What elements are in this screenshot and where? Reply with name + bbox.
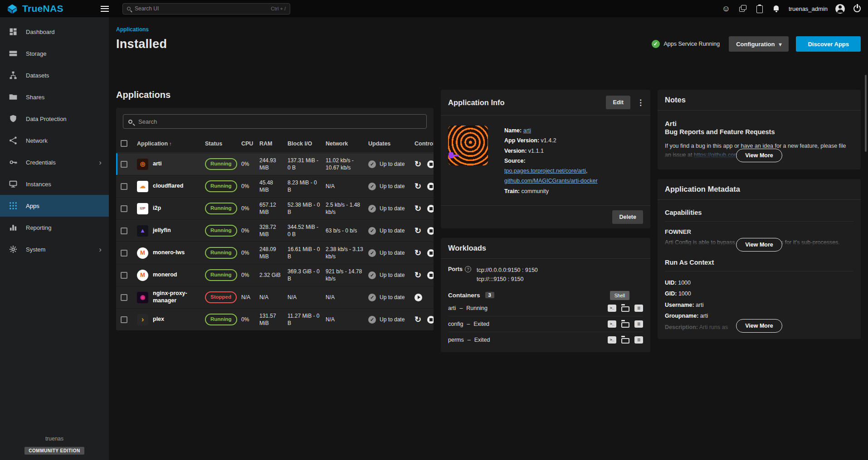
shell-icon[interactable]	[608, 305, 616, 312]
browse-folder-icon[interactable]	[621, 322, 629, 328]
row-checkbox[interactable]	[121, 316, 127, 323]
breadcrumb[interactable]: Applications	[116, 26, 861, 33]
sidebar-item-shares[interactable]: Shares	[0, 86, 109, 108]
sidebar-item-data-protection[interactable]: Data Protection	[0, 108, 109, 130]
restart-app-button[interactable]	[414, 249, 421, 257]
workloads-card: Workloads Ports tcp://0.0.0.0:9150 : 915…	[441, 238, 650, 352]
sidebar-item-datasets[interactable]: Datasets	[0, 64, 109, 86]
containers-count-badge: 3	[485, 292, 494, 298]
menu-icon[interactable]	[101, 6, 109, 12]
alerts-bell-icon[interactable]	[772, 4, 781, 13]
block-io-value: 52.38 MiB - 0 B	[288, 201, 326, 216]
global-search[interactable]: Ctrl + /	[122, 3, 290, 15]
row-checkbox[interactable]	[121, 205, 127, 212]
restart-app-button[interactable]	[414, 182, 421, 191]
version-value: v1.1.1	[528, 148, 544, 154]
app-name-link[interactable]: arti	[523, 127, 531, 134]
table-header: Application Status CPU RAM Block I/O Net…	[116, 135, 434, 153]
logs-icon[interactable]	[634, 336, 643, 344]
table-row-monero-lws[interactable]: Mmonero-lws Running 0% 248.09 MiB 16.61 …	[116, 242, 434, 264]
sidebar-item-apps[interactable]: Apps	[0, 195, 109, 217]
discover-apps-button[interactable]: Discover Apps	[796, 36, 861, 52]
jobs-icon[interactable]	[755, 4, 764, 13]
cpu-value: 0%	[241, 271, 259, 279]
row-checkbox[interactable]	[121, 228, 127, 234]
feedback-icon[interactable]	[722, 4, 731, 13]
table-row-plex[interactable]: ›plex Running 0% 131.57 MiB 11.27 MiB - …	[116, 308, 434, 330]
row-checkbox[interactable]	[121, 183, 127, 190]
configuration-button[interactable]: Configuration	[729, 36, 789, 52]
table-row-monerod[interactable]: Mmonerod Running 0% 2.32 GiB 369.3 GiB -…	[116, 264, 434, 286]
column-header-network: Network	[326, 140, 368, 147]
table-row-i2p[interactable]: I2Pi2p Running 0% 657.12 MiB 52.38 MiB -…	[116, 197, 434, 219]
notes-view-more-button[interactable]: View More	[736, 149, 782, 162]
logs-icon[interactable]	[634, 320, 643, 328]
restart-app-button[interactable]	[414, 204, 421, 213]
datasets-icon	[9, 71, 18, 80]
stop-app-button[interactable]	[427, 227, 434, 235]
capabilities-view-more-button[interactable]: View More	[736, 238, 782, 252]
sidebar-item-system[interactable]: System	[0, 238, 109, 260]
column-header-application[interactable]: Application	[137, 140, 205, 147]
sidebar-item-label: Reporting	[26, 224, 51, 231]
help-icon[interactable]	[465, 266, 471, 272]
browse-folder-icon[interactable]	[621, 306, 629, 312]
delete-button[interactable]: Delete	[612, 210, 643, 224]
version-label: Version:	[504, 148, 527, 154]
row-checkbox[interactable]	[121, 250, 127, 257]
column-header-ram: RAM	[259, 140, 288, 147]
source-link-github[interactable]: github.com/MAGICGrants/arti-docker	[504, 178, 598, 184]
restart-app-button[interactable]	[414, 271, 421, 280]
table-row-nginx-proxy-manager[interactable]: ◉nginx-proxy-manager Stopped N/A N/A N/A…	[116, 286, 434, 308]
updates-label: Up to date	[380, 227, 405, 234]
user-avatar-icon[interactable]	[835, 4, 845, 14]
stop-app-button[interactable]	[427, 249, 434, 257]
apps-search[interactable]	[123, 114, 427, 129]
stop-app-button[interactable]	[427, 205, 434, 213]
sidebar-item-network[interactable]: Network	[0, 130, 109, 151]
stop-app-button[interactable]	[427, 316, 434, 324]
global-search-input[interactable]	[134, 5, 268, 12]
source-label: Source:	[504, 158, 526, 164]
sidebar-item-dashboard[interactable]: Dashboard	[0, 21, 109, 43]
row-checkbox[interactable]	[121, 272, 127, 279]
sidebar-item-storage[interactable]: Storage	[0, 43, 109, 64]
restart-app-button[interactable]	[414, 315, 421, 324]
apps-search-input[interactable]	[137, 118, 421, 126]
sidebar-item-credentials[interactable]: Credentials	[0, 151, 109, 173]
restart-app-button[interactable]	[414, 227, 421, 235]
card-title: Notes	[665, 96, 686, 104]
network-value: 2.38 kb/s - 3.13 kb/s	[326, 246, 368, 260]
apps-stack-icon[interactable]	[738, 4, 747, 13]
source-link-torproject[interactable]: tpo.pages.torproject.net/core/arti	[504, 168, 586, 174]
sidebar-item-instances[interactable]: Instances	[0, 173, 109, 195]
stop-app-button[interactable]	[427, 160, 434, 168]
browse-folder-icon[interactable]	[621, 338, 629, 344]
stop-app-button[interactable]	[427, 183, 434, 190]
run-as-view-more-button[interactable]: View More	[736, 319, 782, 333]
sidebar-item-reporting[interactable]: Reporting	[0, 217, 109, 238]
table-row-cloudflared[interactable]: ☁cloudflared Running 0% 45.48 MiB 8.23 M…	[116, 175, 434, 197]
start-app-button[interactable]	[414, 294, 422, 301]
row-checkbox[interactable]	[121, 161, 127, 168]
edit-button[interactable]: Edit	[606, 96, 630, 109]
truenas-brand[interactable]: TrueNAS	[6, 3, 93, 14]
restart-app-button[interactable]	[414, 160, 421, 169]
logs-icon[interactable]	[634, 305, 643, 312]
table-row-arti[interactable]: ◎arti Running 0% 244.93 MiB 137.31 MiB -…	[116, 153, 434, 175]
scrollbar[interactable]	[865, 75, 867, 152]
power-icon[interactable]	[853, 4, 862, 13]
ram-value: 248.09 MiB	[259, 246, 288, 260]
kebab-menu-icon[interactable]	[637, 98, 643, 107]
cpu-value: 0%	[241, 183, 259, 190]
shell-icon[interactable]	[608, 336, 616, 344]
username[interactable]: truenas_admin	[789, 5, 828, 12]
table-row-jellyfin[interactable]: ▲jellyfin Running 0% 328.72 MiB 344.52 M…	[116, 219, 434, 242]
stop-app-button[interactable]	[427, 271, 434, 279]
bar-chart-icon	[9, 223, 18, 232]
block-io-value: 137.31 MiB - 0 B	[288, 157, 326, 171]
network-value: N/A	[326, 294, 368, 301]
select-all-checkbox[interactable]	[121, 140, 127, 147]
shell-icon[interactable]	[608, 320, 616, 328]
row-checkbox[interactable]	[121, 294, 127, 301]
